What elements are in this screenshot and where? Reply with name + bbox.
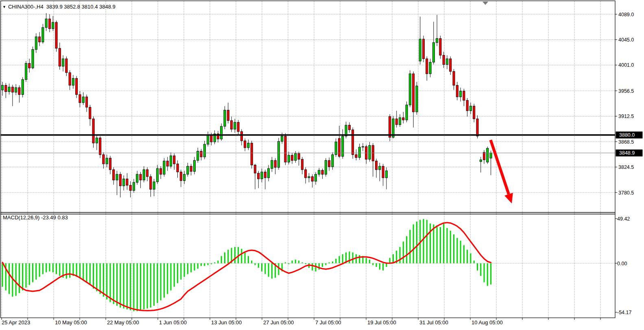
bear-candle <box>240 131 242 141</box>
macd-bar <box>416 222 417 263</box>
bear-candle <box>227 110 229 121</box>
macd-bar <box>372 263 373 265</box>
bear-candle <box>463 91 465 101</box>
bear-candle <box>258 173 260 179</box>
bull-candle <box>52 22 54 29</box>
bull-candle <box>96 138 98 143</box>
macd-bar <box>211 263 212 264</box>
bear-candle <box>190 166 192 171</box>
bear-candle <box>146 170 148 177</box>
bull-candle <box>82 97 84 103</box>
price-axis-label: 3912.5 <box>618 114 634 119</box>
bull-candle <box>116 174 118 180</box>
bear-candle <box>338 138 341 156</box>
macd-bar <box>264 263 266 274</box>
macd-bar <box>298 260 299 263</box>
bull-candle <box>106 158 108 164</box>
bull-candle <box>399 118 401 125</box>
bear-candle <box>200 151 202 157</box>
bear-candle <box>274 160 276 167</box>
bear-candle <box>113 170 115 180</box>
bear-candle <box>129 185 131 190</box>
bear-candle <box>76 79 78 95</box>
chart-canvas[interactable]: 4089.04045.04001.03956.53912.53868.53824… <box>0 0 644 330</box>
macd-bar <box>69 263 70 278</box>
bull-candle <box>308 177 310 178</box>
macd-bar <box>315 263 317 271</box>
macd-bar <box>59 263 60 276</box>
macd-bar <box>35 263 37 280</box>
macd-bar <box>487 263 488 286</box>
macd-bar <box>319 263 320 270</box>
bear-candle <box>11 87 13 92</box>
macd-bar <box>15 263 17 296</box>
bear-candle <box>92 119 94 143</box>
bid-price-tag-label: 3848.9 <box>619 150 635 156</box>
macd-bar <box>292 260 293 263</box>
bull-candle <box>342 136 344 157</box>
bull-candle <box>469 106 472 111</box>
macd-bar <box>446 228 448 263</box>
macd-bar <box>301 262 303 263</box>
macd-bar <box>335 259 336 263</box>
bear-candle <box>79 94 81 103</box>
macd-bar <box>109 263 111 302</box>
macd-bar <box>79 263 81 279</box>
macd-bar <box>133 263 134 311</box>
macd-bar <box>399 247 401 263</box>
bull-candle <box>163 161 165 175</box>
bull-candle <box>187 166 189 174</box>
bear-candle <box>237 122 239 132</box>
macd-bar <box>160 263 162 300</box>
bull-candle <box>261 172 263 179</box>
bear-candle <box>305 170 307 178</box>
macd-bar <box>19 263 20 293</box>
macd-bar <box>164 263 165 297</box>
macd-bar <box>93 263 94 288</box>
bear-candle <box>39 37 41 42</box>
bear-candle <box>126 179 128 186</box>
macd-bar <box>403 242 404 263</box>
macd-bar <box>393 254 394 263</box>
bear-candle <box>55 22 57 48</box>
macd-bar <box>194 263 195 271</box>
bull-candle <box>460 91 462 97</box>
bear-candle <box>375 161 378 170</box>
bear-candle <box>321 170 323 174</box>
macd-bar <box>90 263 91 285</box>
macd-bar <box>9 263 10 294</box>
bull-candle <box>416 86 418 112</box>
bull-candle <box>288 155 290 162</box>
bear-candle <box>210 135 212 142</box>
macd-bar <box>32 263 33 282</box>
bull-candle <box>8 87 10 92</box>
macd-bar <box>177 263 178 283</box>
macd-bar <box>42 263 44 274</box>
bear-candle <box>395 119 397 125</box>
macd-bar <box>477 263 478 271</box>
bull-candle <box>446 59 448 64</box>
macd-bar <box>413 224 414 263</box>
price-axis-label: 3956.5 <box>618 88 634 94</box>
bull-candle <box>379 166 381 170</box>
macd-bar <box>295 260 296 263</box>
macd-bar <box>386 263 387 267</box>
bull-candle <box>369 145 371 159</box>
bear-candle <box>180 172 182 181</box>
bull-candle <box>432 43 434 62</box>
bull-candle <box>335 142 337 155</box>
bear-candle <box>348 125 350 130</box>
macd-bar <box>322 263 323 267</box>
macd-bar <box>389 258 391 263</box>
time-axis-label: 10 May 05:00 <box>55 319 87 326</box>
bear-candle <box>5 85 7 92</box>
macd-bar <box>440 227 441 263</box>
macd-axis-label: -54.17 <box>617 310 631 315</box>
bull-candle <box>143 170 145 180</box>
price-axis-label: 3780.5 <box>618 190 634 196</box>
symbol-marker-icon: ▼ <box>2 5 6 9</box>
bull-candle <box>15 87 17 92</box>
macd-bar <box>217 260 218 263</box>
macd-bar <box>366 258 367 263</box>
macd-bar <box>423 219 424 263</box>
